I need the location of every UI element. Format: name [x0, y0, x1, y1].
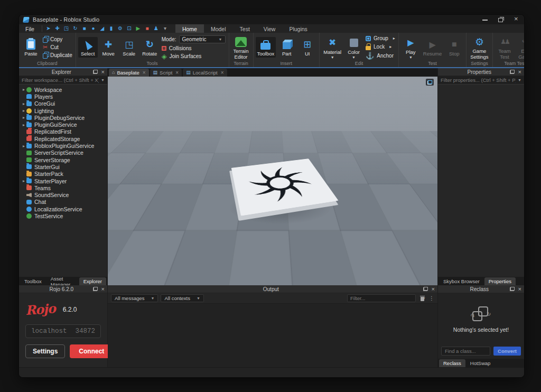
- explorer-tree-item[interactable]: ▸ ReplicatedFirst: [19, 128, 107, 135]
- close-tab-icon[interactable]: ×: [175, 70, 179, 76]
- terrain-editor-button[interactable]: Terrain Editor: [231, 34, 251, 60]
- baseplate-floor[interactable]: [108, 77, 437, 131]
- scale-tool-icon[interactable]: ◳: [62, 25, 70, 32]
- dock-tab[interactable]: Properties: [484, 277, 516, 285]
- duplicate-button[interactable]: Duplicate: [43, 52, 72, 59]
- expand-arrow-icon[interactable]: ▸: [21, 144, 26, 148]
- dock-tab[interactable]: Toolbox: [20, 277, 46, 285]
- viewport-popout-button[interactable]: [426, 79, 434, 86]
- explorer-tree-item[interactable]: ▸ RobloxPluginGuiService: [19, 142, 107, 149]
- float-panel-icon[interactable]: [510, 70, 515, 74]
- close-button[interactable]: [514, 17, 520, 22]
- select-tool-button[interactable]: Select: [78, 37, 98, 57]
- mode-dropdown[interactable]: Geometric▼: [179, 35, 226, 43]
- rojo-address-field[interactable]: localhost 34872: [25, 324, 101, 338]
- more-options-icon[interactable]: ⋮: [429, 296, 434, 301]
- rojo-settings-button[interactable]: Settings: [25, 344, 65, 358]
- join-surfaces-toggle[interactable]: Join Surfaces: [162, 53, 226, 60]
- find-class-input[interactable]: [441, 347, 490, 356]
- float-panel-icon[interactable]: [510, 287, 515, 291]
- explorer-tree-item[interactable]: ▸ Chat: [19, 199, 107, 206]
- menu-tab[interactable]: Model: [204, 24, 233, 33]
- explorer-tree-item[interactable]: ▸ LocalizationService: [19, 206, 107, 212]
- cut-button[interactable]: Cut: [43, 44, 72, 51]
- float-panel-icon[interactable]: [93, 70, 98, 74]
- explorer-tree-item[interactable]: ▸ Lighting: [19, 107, 107, 114]
- color-button[interactable]: Color ▼: [344, 35, 363, 59]
- convert-button[interactable]: Convert: [493, 347, 521, 356]
- close-panel-icon[interactable]: ×: [518, 287, 521, 292]
- explorer-tree-item[interactable]: ▸ ServerStorage: [19, 156, 107, 163]
- settings-gear-icon[interactable]: ⚙: [116, 25, 124, 32]
- game-settings-button[interactable]: Game Settings: [469, 34, 490, 60]
- expand-arrow-icon[interactable]: ▸: [21, 179, 26, 183]
- float-panel-icon[interactable]: [423, 287, 428, 291]
- play-button[interactable]: Play ▼: [401, 35, 421, 59]
- close-tab-icon[interactable]: ×: [221, 70, 224, 76]
- output-filter-input[interactable]: [350, 295, 420, 301]
- explorer-tree-item[interactable]: ▸ StarterPack: [19, 171, 107, 178]
- explorer-tree-item[interactable]: ▸ TestService: [19, 212, 107, 219]
- copy-button[interactable]: Copy: [43, 36, 72, 43]
- collisions-toggle[interactable]: Collisions: [162, 45, 226, 51]
- menu-tab[interactable]: Plugins: [282, 24, 314, 33]
- material-button[interactable]: Material ▼: [322, 35, 343, 59]
- output-log[interactable]: [108, 304, 437, 367]
- close-tab-icon[interactable]: ×: [143, 70, 146, 76]
- part-button[interactable]: Part: [277, 37, 296, 57]
- expand-arrow-icon[interactable]: ▸: [21, 87, 26, 92]
- chevron-down-icon[interactable]: ▼: [518, 78, 521, 82]
- explorer-tree-item[interactable]: ▸ Workspace: [19, 86, 107, 93]
- explorer-tree-item[interactable]: ▸ Teams: [19, 184, 107, 191]
- dock-tab[interactable]: Skybox Browser: [439, 277, 484, 285]
- close-panel-icon[interactable]: ×: [101, 287, 105, 292]
- expand-arrow-icon[interactable]: ▸: [21, 108, 26, 113]
- dock-tab[interactable]: Explorer: [79, 277, 106, 285]
- expand-arrow-icon[interactable]: ▸: [21, 123, 26, 127]
- move-tool-button[interactable]: Move: [99, 37, 118, 57]
- menu-tab[interactable]: Test: [233, 24, 257, 33]
- explorer-tree-item[interactable]: ▸ Players: [19, 93, 107, 100]
- file-menu[interactable]: File: [24, 24, 40, 33]
- message-filter-dropdown[interactable]: All messages▼: [111, 294, 158, 302]
- clear-output-icon[interactable]: [420, 296, 425, 301]
- chevron-down-icon[interactable]: ▼: [101, 78, 105, 82]
- dock-tab[interactable]: Asset Manager: [46, 277, 79, 285]
- cylinder-part-icon[interactable]: ▮: [107, 25, 115, 32]
- explorer-tree-item[interactable]: ▸ PluginDebugService: [19, 114, 107, 121]
- menu-tab[interactable]: View: [257, 24, 283, 33]
- viewport-tab[interactable]: LocalScript ×: [183, 69, 227, 77]
- ui-button[interactable]: UI: [297, 37, 317, 57]
- viewport-tab[interactable]: Script ×: [150, 69, 182, 77]
- toolbox-button[interactable]: Toolbox: [256, 37, 276, 57]
- explorer-tree-item[interactable]: ▸ StarterGui: [19, 163, 107, 170]
- menu-tab[interactable]: Home: [175, 24, 204, 33]
- dock-tab[interactable]: HotSwap: [466, 359, 495, 367]
- 3d-viewport[interactable]: [108, 77, 437, 285]
- select-tool-icon[interactable]: ➤: [44, 25, 52, 32]
- stop-icon[interactable]: ■: [143, 25, 151, 32]
- explorer-tree-item[interactable]: ▸ ServerScriptService: [19, 150, 107, 156]
- properties-list[interactable]: [438, 85, 524, 277]
- group-button[interactable]: Group: [366, 35, 395, 41]
- block-part-icon[interactable]: ■: [80, 25, 88, 32]
- rotate-tool-icon[interactable]: ↻: [71, 25, 79, 32]
- lock-button[interactable]: Lock: [366, 43, 395, 50]
- explorer-tree-item[interactable]: ▸ PluginGuiService: [19, 121, 107, 128]
- explorer-tree-item[interactable]: ▸ StarterPlayer: [19, 178, 107, 184]
- toolbar-dropdown-icon[interactable]: ▾: [161, 25, 169, 32]
- paste-button[interactable]: Paste: [21, 37, 41, 57]
- context-filter-dropdown[interactable]: All contexts▼: [161, 294, 204, 302]
- close-panel-icon[interactable]: ×: [518, 70, 521, 74]
- play-icon[interactable]: ▶: [134, 25, 142, 32]
- minimize-button[interactable]: [482, 17, 488, 22]
- viewport-tab[interactable]: Baseplate ×: [109, 69, 149, 77]
- explorer-tree-item[interactable]: ▸ SoundService: [19, 191, 107, 198]
- close-panel-icon[interactable]: ×: [432, 287, 435, 292]
- properties-filter-input[interactable]: [441, 77, 516, 83]
- sphere-part-icon[interactable]: ●: [89, 25, 97, 32]
- command-bar-icon[interactable]: ⊡: [125, 25, 133, 32]
- float-panel-icon[interactable]: [93, 287, 98, 291]
- team-create-icon[interactable]: ♟: [152, 25, 160, 32]
- explorer-filter-input[interactable]: [22, 77, 99, 83]
